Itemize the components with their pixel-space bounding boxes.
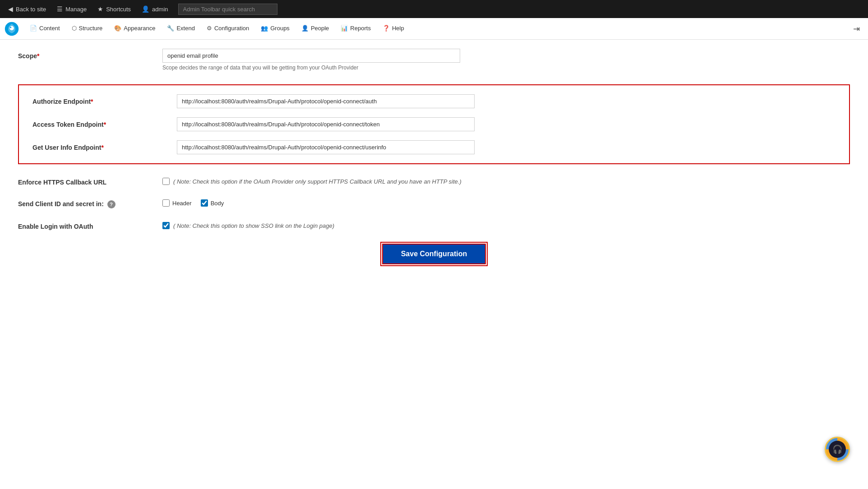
menu-people[interactable]: 👤 People <box>296 18 334 40</box>
access-token-endpoint-input[interactable] <box>177 117 475 131</box>
star-icon: ★ <box>97 5 103 13</box>
menu-content[interactable]: 📄 Content <box>24 18 65 40</box>
user-btn[interactable]: 👤 admin <box>137 0 172 18</box>
configuration-icon: ⚙ <box>207 25 212 32</box>
menu-extend[interactable]: 🔧 Extend <box>162 18 200 40</box>
body-option: Body <box>201 199 224 207</box>
menu-reports[interactable]: 📊 Reports <box>335 18 376 40</box>
access-token-endpoint-row: Access Token Endpoint* <box>32 117 836 131</box>
scope-label: Scope* <box>18 49 162 60</box>
authorize-endpoint-row: Authorize Endpoint* <box>32 94 836 108</box>
scope-row: Scope* Scope decides the range of data t… <box>18 49 850 71</box>
scope-hint: Scope decides the range of data that you… <box>162 65 850 71</box>
help-icon: ❓ <box>383 25 390 32</box>
body-checkbox[interactable] <box>201 199 208 207</box>
send-client-options: Header Body <box>162 199 850 207</box>
header-label: Header <box>172 200 192 207</box>
menu-structure[interactable]: ⬡ Structure <box>66 18 108 40</box>
send-client-label: Send Client ID and secret in: ? <box>18 199 162 208</box>
toolbar-search-input[interactable] <box>178 4 277 15</box>
header-checkbox[interactable] <box>162 199 170 207</box>
svg-point-1 <box>9 26 14 30</box>
manage-icon: ☰ <box>57 5 63 13</box>
manage-btn[interactable]: ☰ Manage <box>52 0 91 18</box>
structure-icon: ⬡ <box>72 25 77 32</box>
enforce-https-field: ( Note: Check this option if the OAuth P… <box>162 178 850 185</box>
userinfo-endpoint-row: Get User Info Endpoint* <box>32 140 836 154</box>
sidebar-toggle-btn[interactable]: ⇥ <box>849 24 864 34</box>
enable-login-note: ( Note: Check this option to show SSO li… <box>173 222 334 229</box>
shortcuts-btn[interactable]: ★ Shortcuts <box>93 0 135 18</box>
user-icon: 👤 <box>142 5 149 13</box>
menu-configuration[interactable]: ⚙ Configuration <box>201 18 254 40</box>
extend-icon: 🔧 <box>167 25 174 32</box>
drupal-menu: 📄 Content ⬡ Structure 🎨 Appearance 🔧 Ext… <box>0 18 868 40</box>
appearance-icon: 🎨 <box>114 25 121 32</box>
menu-appearance[interactable]: 🎨 Appearance <box>109 18 161 40</box>
main-content: Scope* Scope decides the range of data t… <box>0 40 868 489</box>
enable-login-checkbox[interactable] <box>162 222 170 229</box>
send-client-help-icon[interactable]: ? <box>107 200 115 208</box>
enforce-https-label: Enforce HTTPS Callback URL <box>18 178 162 186</box>
scope-field: Scope decides the range of data that you… <box>162 49 850 71</box>
endpoints-section: Authorize Endpoint* Access Token Endpoin… <box>18 84 850 164</box>
userinfo-endpoint-field <box>177 140 836 154</box>
back-arrow-icon: ◀ <box>8 5 13 13</box>
svg-point-2 <box>10 27 11 28</box>
userinfo-endpoint-input[interactable] <box>177 140 475 154</box>
menu-groups[interactable]: 👥 Groups <box>255 18 295 40</box>
content-icon: 📄 <box>30 25 37 32</box>
body-label: Body <box>211 200 224 207</box>
people-icon: 👤 <box>301 25 309 32</box>
menu-help[interactable]: ❓ Help <box>377 18 410 40</box>
admin-toolbar-top: ◀ Back to site ☰ Manage ★ Shortcuts 👤 ad… <box>0 0 868 18</box>
header-option: Header <box>162 199 192 207</box>
help-widget-icon: 🎧 <box>829 441 846 458</box>
authorize-endpoint-label: Authorize Endpoint* <box>32 94 177 105</box>
drupal-logo[interactable] <box>4 21 20 37</box>
authorize-endpoint-input[interactable] <box>177 94 475 108</box>
enable-login-field: ( Note: Check this option to show SSO li… <box>162 222 850 229</box>
back-to-site-btn[interactable]: ◀ Back to site <box>4 0 51 18</box>
userinfo-endpoint-label: Get User Info Endpoint* <box>32 140 177 151</box>
enable-login-label: Enable Login with OAuth <box>18 222 162 230</box>
enforce-https-note: ( Note: Check this option if the OAuth P… <box>173 178 462 185</box>
enforce-https-checkbox[interactable] <box>162 178 170 185</box>
access-token-endpoint-field <box>177 117 836 131</box>
help-widget[interactable]: 🎧 <box>825 437 850 462</box>
reports-icon: 📊 <box>341 25 348 32</box>
groups-icon: 👥 <box>261 25 268 32</box>
toolbar-search-container <box>178 4 277 15</box>
enforce-https-row: Enforce HTTPS Callback URL ( Note: Check… <box>18 178 850 186</box>
enable-login-row: Enable Login with OAuth ( Note: Check th… <box>18 222 850 230</box>
access-token-endpoint-label: Access Token Endpoint* <box>32 117 177 128</box>
send-client-row: Send Client ID and secret in: ? Header B… <box>18 199 850 208</box>
save-btn-row: Save Configuration <box>18 244 850 264</box>
save-configuration-button[interactable]: Save Configuration <box>382 244 486 264</box>
scope-input[interactable] <box>162 49 460 63</box>
authorize-endpoint-field <box>177 94 836 108</box>
